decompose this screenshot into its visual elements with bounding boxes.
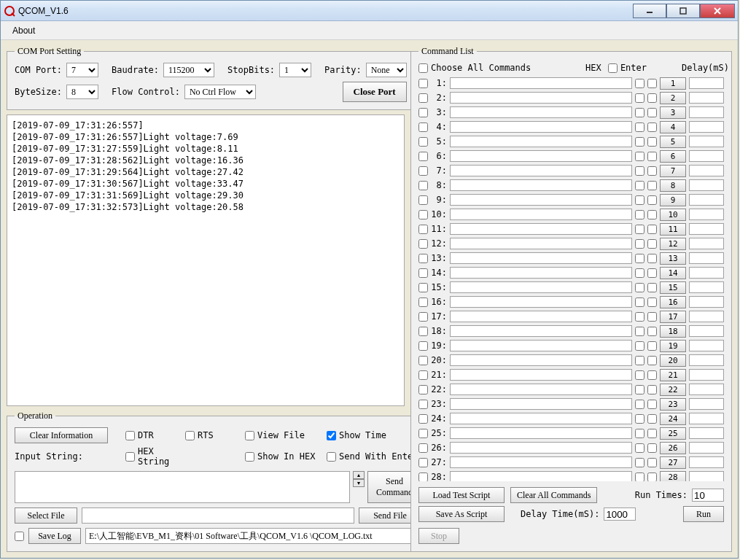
cmd-delay-input[interactable] [689,325,724,337]
cmd-hex-checkbox[interactable] [635,254,644,263]
clear-all-commands-button[interactable]: Clear All Commands [510,487,597,503]
cmd-send-button[interactable]: 17 [660,311,686,323]
cmd-enable-checkbox[interactable] [418,239,428,249]
run-times-input[interactable] [692,489,724,502]
cmd-delay-input[interactable] [689,179,724,191]
cmd-enter-checkbox[interactable] [647,429,657,438]
run-button[interactable]: Run [683,506,724,522]
cmd-hex-checkbox[interactable] [635,152,644,161]
cmd-enable-checkbox[interactable] [418,312,428,322]
cmd-hex-checkbox[interactable] [635,210,644,219]
spin-up-icon[interactable]: ▲ [353,471,365,479]
cmd-hex-checkbox[interactable] [635,370,644,380]
cmd-delay-input[interactable] [689,369,724,381]
cmd-enter-checkbox[interactable] [647,414,657,424]
cmd-delay-input[interactable] [689,311,724,322]
input-spin[interactable]: ▲ ▼ [353,471,365,503]
cmd-text-input[interactable] [450,194,632,206]
cmd-delay-input[interactable] [689,471,724,481]
cmd-enter-checkbox[interactable] [647,472,657,482]
cmd-hex-checkbox[interactable] [635,414,644,424]
cmd-send-button[interactable]: 15 [660,281,686,294]
cmd-text-input[interactable] [450,384,632,395]
cmd-delay-input[interactable] [689,384,724,395]
cmd-delay-input[interactable] [689,427,724,439]
cmd-delay-input[interactable] [689,398,724,410]
cmd-text-input[interactable] [450,311,632,322]
cmd-enable-checkbox[interactable] [418,122,428,132]
cmd-enter-checkbox[interactable] [647,195,657,205]
cmd-text-input[interactable] [450,165,632,176]
cmd-enable-checkbox[interactable] [418,385,428,394]
dtr-checkbox[interactable]: DTR [125,430,176,440]
cmd-text-input[interactable] [450,281,632,293]
cmd-delay-input[interactable] [689,413,724,424]
cmd-text-input[interactable] [450,77,632,89]
cmd-send-button[interactable]: 27 [660,456,686,469]
cmd-delay-input[interactable] [689,223,724,235]
cmd-delay-input[interactable] [689,150,724,162]
show-time-checkbox[interactable]: Show Time [327,430,421,440]
cmd-text-input[interactable] [450,121,632,133]
cmd-send-button[interactable]: 9 [660,194,686,206]
cmd-hex-checkbox[interactable] [635,195,644,205]
cmd-enable-checkbox[interactable] [418,370,428,380]
cmd-enable-checkbox[interactable] [418,210,428,219]
cmd-text-input[interactable] [450,471,632,481]
input-string-textarea[interactable] [15,471,350,503]
cmd-send-button[interactable]: 11 [660,223,686,236]
cmd-text-input[interactable] [450,340,632,351]
cmd-hex-checkbox[interactable] [635,298,644,307]
parity-select[interactable]: None [366,63,407,77]
cmd-hex-checkbox[interactable] [635,137,644,147]
stop-button[interactable]: Stop [418,528,459,544]
cmd-delay-input[interactable] [689,209,724,220]
cmd-delay-input[interactable] [689,77,724,89]
cmd-send-button[interactable]: 2 [660,92,686,104]
cmd-send-button[interactable]: 21 [660,369,686,381]
send-with-enter-checkbox[interactable]: Send With Enter [327,451,421,462]
cmd-hex-checkbox[interactable] [635,443,644,453]
cmd-text-input[interactable] [450,179,632,191]
cmd-text-input[interactable] [450,223,632,235]
menu-about[interactable]: About [7,24,41,37]
cmd-hex-checkbox[interactable] [635,458,644,467]
select-file-button[interactable]: Select File [15,508,77,524]
flowcontrol-select[interactable]: No Ctrl Flow [184,85,256,99]
minimize-button[interactable] [633,4,666,18]
cmd-text-input[interactable] [450,252,632,264]
cmd-enter-checkbox[interactable] [647,385,657,394]
save-log-button[interactable]: Save Log [28,528,81,544]
cmd-enable-checkbox[interactable] [418,108,428,117]
load-test-script-button[interactable]: Load Test Script [418,487,505,503]
cmd-hex-checkbox[interactable] [635,181,644,190]
cmd-enter-checkbox[interactable] [647,458,657,467]
cmd-enter-checkbox[interactable] [647,327,657,336]
cmd-delay-input[interactable] [689,296,724,308]
cmd-delay-input[interactable] [689,281,724,293]
cmd-send-button[interactable]: 18 [660,325,686,338]
cmd-text-input[interactable] [450,209,632,220]
cmd-send-button[interactable]: 16 [660,296,686,308]
cmd-hex-checkbox[interactable] [635,472,644,482]
cmd-enable-checkbox[interactable] [418,268,428,278]
cmd-text-input[interactable] [450,325,632,337]
cmd-send-button[interactable]: 6 [660,150,686,163]
choose-all-commands-checkbox[interactable]: Choose All Commands [418,63,531,73]
cmd-enable-checkbox[interactable] [418,254,428,263]
cmd-enable-checkbox[interactable] [418,356,428,365]
cmd-send-button[interactable]: 13 [660,252,686,265]
maximize-button[interactable] [666,4,700,18]
cmd-send-button[interactable]: 22 [660,384,686,396]
cmd-enter-checkbox[interactable] [647,283,657,292]
cmd-send-button[interactable]: 20 [660,354,686,367]
cmd-delay-input[interactable] [689,238,724,249]
cmd-enter-checkbox[interactable] [647,239,657,249]
cmd-enter-checkbox[interactable] [647,356,657,365]
cmd-enter-checkbox[interactable] [647,93,657,103]
cmd-hex-checkbox[interactable] [635,122,644,132]
file-path-input[interactable] [82,508,354,524]
cmd-delay-input[interactable] [689,106,724,118]
close-port-button[interactable]: Close Port [343,82,407,102]
cmd-text-input[interactable] [450,398,632,410]
